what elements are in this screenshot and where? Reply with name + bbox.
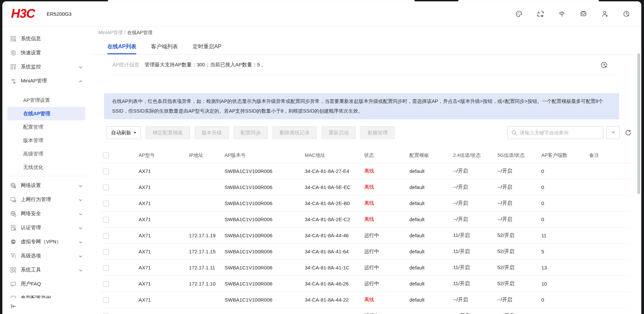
sidebar-subitem[interactable]: 在线AP管理	[7, 107, 85, 120]
table-row: AX71SWBA1C1V100R00634-CA-81-8A-44-22离线de…	[101, 292, 630, 308]
app-root: H3C ER5200G3 AΦ? 系统信息快速设置系统监控MiniAP管理AP管…	[0, 0, 644, 314]
cell-ip	[189, 179, 224, 195]
row-select-cell	[101, 195, 138, 211]
search-dropdown-button[interactable]	[606, 126, 620, 139]
tab-2[interactable]: 客户端列表	[151, 39, 178, 54]
chevron-down-icon	[79, 240, 83, 244]
cell-clients: 0	[541, 163, 589, 179]
cell-mac: 34-CA-81-8A-46-26	[304, 276, 364, 292]
cell-ch24: 11/开启	[453, 260, 497, 276]
sidebar-item[interactable]: 高级选项	[2, 249, 91, 263]
search-icon	[511, 129, 517, 136]
system-info-icon	[10, 36, 16, 42]
toolbar-button[interactable]: 配置同步	[234, 126, 268, 139]
ap-stats-label: AP统计信息	[112, 62, 139, 68]
row-checkbox[interactable]	[103, 249, 109, 255]
sidebar-item[interactable]: 快速设置	[2, 46, 91, 60]
sidebar-item[interactable]: 网络安全	[2, 206, 91, 221]
sidebar-item[interactable]: VPN虚拟专网（VPN）	[2, 235, 91, 249]
row-checkbox[interactable]	[103, 185, 109, 190]
cell-model: AX71	[138, 211, 189, 228]
cell-ip	[189, 163, 224, 179]
language-icon[interactable]: AΦ	[537, 10, 544, 18]
caret-down-icon	[134, 132, 136, 134]
toolbar-button[interactable]: 版本升级	[195, 126, 229, 139]
sidebar-subitem[interactable]: AP管理设置	[7, 93, 85, 107]
sidebar-subitem[interactable]: 无线优化	[7, 161, 85, 174]
chevron-down-icon	[79, 197, 83, 201]
search-input[interactable]	[508, 127, 603, 139]
collapse-sidebar-icon[interactable]	[10, 303, 17, 310]
cell-template: default	[409, 195, 453, 211]
stats-help-icon[interactable]: ?	[600, 61, 608, 69]
help-icon[interactable]: ?	[623, 10, 630, 18]
cell-ch24: --/开启	[453, 292, 497, 308]
row-checkbox[interactable]	[103, 233, 109, 239]
table-header-row: AP型号IP地址AP版本号MAC地址状态配置模板2.4信道/状态5G信道/状态A…	[101, 148, 630, 163]
chevron-down-icon	[79, 183, 83, 187]
row-checkbox[interactable]	[103, 201, 109, 206]
cell-template: default	[409, 260, 453, 276]
breadcrumb-current: 在线AP管理	[127, 30, 152, 35]
inbox-icon[interactable]	[580, 10, 587, 18]
toolbar-button[interactable]: 重新启动	[321, 126, 356, 139]
sidebar-item[interactable]: 用户FAQ	[2, 277, 91, 291]
row-checkbox[interactable]	[103, 265, 109, 271]
sidebar-subitem[interactable]: 配置管理	[7, 120, 85, 134]
sidebar-item[interactable]: 上网行为管理	[2, 192, 91, 206]
toolbar-button[interactable]: 删除离线记录	[273, 126, 317, 139]
toolbar-button[interactable]: 射频管理	[360, 126, 395, 139]
cell-status: 离线	[364, 163, 409, 179]
cell-mac: 34-CA-81-8A-2E-B0	[304, 195, 364, 211]
sidebar-item[interactable]: 网络设置	[2, 178, 91, 192]
palette-icon[interactable]	[515, 10, 523, 18]
row-checkbox[interactable]	[103, 281, 109, 287]
cell-model: AX71	[138, 179, 189, 195]
cell-ip: 172.17.1.15	[189, 244, 224, 260]
svg-text:A: A	[538, 11, 540, 14]
cell-clients: 10	[541, 276, 589, 292]
cell-mac: 34-CA-81-8A-40-86	[304, 308, 364, 314]
sidebar-item[interactable]: MiniAP管理	[2, 74, 91, 88]
row-checkbox[interactable]	[103, 297, 109, 303]
column-header: 配置模板	[409, 148, 453, 163]
tab-1[interactable]: 在线AP列表	[107, 39, 136, 54]
column-header: IP地址	[189, 148, 224, 163]
search-box	[507, 126, 603, 139]
cell-ch5: 52/开启	[497, 244, 541, 260]
sidebar-subitem[interactable]: 高级管理	[7, 147, 85, 161]
user-icon[interactable]	[601, 10, 609, 18]
cell-ch5: 52/开启	[497, 260, 541, 276]
cell-ch5: --/开启	[497, 211, 541, 228]
row-select-cell	[101, 244, 138, 260]
cell-ip	[189, 292, 224, 308]
sidebar-item[interactable]: 认证管理	[2, 221, 91, 235]
cell-ip: 172.17.1.11	[189, 260, 224, 276]
cell-clients: 2	[541, 308, 589, 314]
sidebar-item[interactable]: 系统工具	[2, 263, 91, 277]
breadcrumb-parent[interactable]: MiniAP管理	[98, 30, 122, 35]
sidebar-item[interactable]: 系统监控	[2, 60, 91, 74]
cell-status: 运行中	[364, 276, 409, 292]
cell-note	[589, 308, 630, 314]
sidebar-item[interactable]: 系统信息	[2, 32, 91, 46]
auto-refresh-button[interactable]: 自动刷新	[106, 126, 141, 139]
row-checkbox[interactable]	[103, 217, 109, 223]
cell-mac: 34-CA-81-8A-2E-C2	[304, 211, 364, 228]
cell-status: 离线	[364, 292, 409, 308]
sidebar-submenu: AP管理设置在线AP管理配置管理版本管理高级管理无线优化	[2, 88, 91, 174]
signpost-icon[interactable]	[558, 10, 566, 18]
cell-note	[589, 179, 630, 195]
sidebar-item-label: 认证管理	[21, 225, 41, 231]
row-select-cell	[101, 228, 138, 244]
select-all-checkbox[interactable]	[103, 152, 109, 158]
refresh-icon[interactable]	[625, 129, 632, 136]
vertical-scrollbar-thumb[interactable]	[637, 53, 640, 194]
row-checkbox[interactable]	[103, 169, 109, 174]
sidebar-footer	[2, 298, 91, 314]
sidebar-subitem[interactable]: 版本管理	[7, 134, 85, 147]
breadcrumb: MiniAP管理/在线AP管理	[98, 30, 152, 36]
tab-3[interactable]: 定时重启AP	[193, 39, 221, 54]
toolbar-button[interactable]: 绑定配置模板	[146, 126, 190, 139]
svg-text:VPN: VPN	[11, 241, 15, 243]
